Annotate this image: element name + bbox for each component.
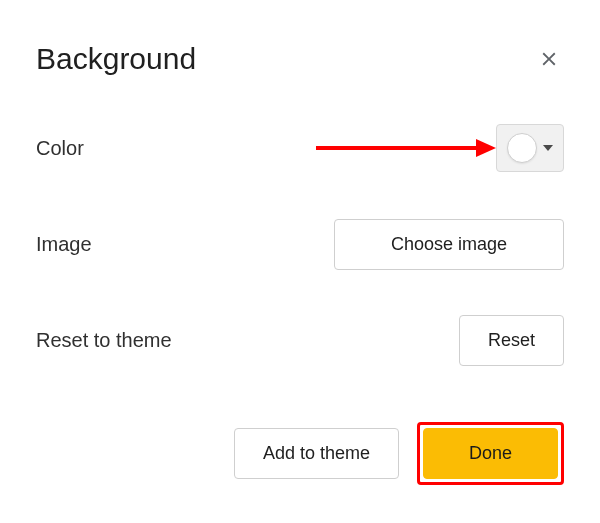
background-dialog: Background Color Image Choose image Rese…	[0, 0, 600, 523]
add-to-theme-button[interactable]: Add to theme	[234, 428, 399, 479]
color-row: Color	[36, 122, 564, 174]
choose-image-button[interactable]: Choose image	[334, 219, 564, 270]
svg-marker-1	[476, 139, 496, 157]
arrow-annotation	[316, 136, 496, 160]
image-label: Image	[36, 233, 92, 256]
close-icon[interactable]	[534, 44, 564, 74]
dialog-footer: Add to theme Done	[234, 422, 564, 485]
image-row: Image Choose image	[36, 218, 564, 270]
reset-to-theme-label: Reset to theme	[36, 329, 172, 352]
color-label: Color	[36, 137, 84, 160]
dialog-title: Background	[36, 42, 196, 76]
done-highlight-annotation: Done	[417, 422, 564, 485]
chevron-down-icon	[543, 145, 553, 151]
reset-button[interactable]: Reset	[459, 315, 564, 366]
color-picker[interactable]	[496, 124, 564, 172]
color-swatch	[507, 133, 537, 163]
dialog-header: Background	[36, 42, 564, 76]
reset-row: Reset to theme Reset	[36, 314, 564, 366]
done-button[interactable]: Done	[423, 428, 558, 479]
x-icon	[538, 48, 560, 70]
